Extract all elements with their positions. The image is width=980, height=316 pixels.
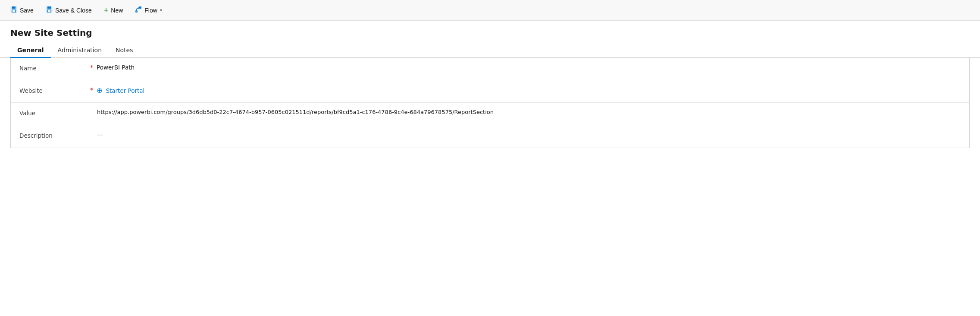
- save-close-icon: [46, 6, 53, 15]
- website-required-star: *: [90, 86, 93, 93]
- description-label: Description: [19, 131, 88, 139]
- toolbar: Save Save & Close + New Flow ▾: [0, 0, 980, 21]
- svg-rect-3: [13, 10, 15, 12]
- form-section: Name * PowerBI Path Website * ⊕ Starter …: [10, 58, 970, 148]
- save-close-button[interactable]: Save & Close: [41, 3, 97, 17]
- tab-general[interactable]: General: [10, 43, 51, 58]
- form-row-value: Value https://app.powerbi.com/groups/3d6…: [11, 103, 969, 125]
- form-row-website: Website * ⊕ Starter Portal: [11, 80, 969, 103]
- flow-button[interactable]: Flow ▾: [130, 3, 167, 17]
- page-title: New Site Setting: [10, 28, 970, 38]
- save-label: Save: [20, 7, 34, 14]
- svg-rect-5: [47, 6, 51, 9]
- save-close-label: Save & Close: [55, 7, 92, 14]
- website-label: Website: [19, 86, 88, 94]
- page-title-area: New Site Setting: [0, 21, 980, 38]
- save-icon: [10, 6, 17, 15]
- form-row-description: Description ---: [11, 125, 969, 148]
- name-label: Name: [19, 64, 88, 72]
- save-button[interactable]: Save: [5, 3, 39, 17]
- form-area: Name * PowerBI Path Website * ⊕ Starter …: [0, 58, 980, 148]
- flow-icon: [135, 6, 142, 15]
- tab-notes[interactable]: Notes: [109, 43, 140, 58]
- flow-label: Flow: [144, 7, 157, 14]
- new-icon: +: [104, 6, 109, 14]
- new-button[interactable]: + New: [99, 4, 128, 17]
- globe-icon: ⊕: [97, 86, 102, 95]
- description-value[interactable]: ---: [97, 131, 961, 138]
- website-link-text[interactable]: Starter Portal: [106, 87, 144, 94]
- tab-administration[interactable]: Administration: [51, 43, 109, 58]
- form-row-name: Name * PowerBI Path: [11, 58, 969, 80]
- value-url[interactable]: https://app.powerbi.com/groups/3d6db5d0-…: [97, 109, 961, 115]
- name-required-star: *: [90, 64, 93, 71]
- name-value[interactable]: PowerBI Path: [97, 64, 961, 71]
- svg-rect-7: [48, 10, 50, 12]
- flow-dropdown-arrow: ▾: [160, 8, 162, 13]
- value-label: Value: [19, 109, 88, 117]
- tabs: General Administration Notes: [0, 43, 980, 58]
- website-value[interactable]: ⊕ Starter Portal: [97, 86, 961, 95]
- new-label: New: [111, 7, 123, 14]
- svg-rect-8: [135, 10, 138, 13]
- svg-rect-1: [12, 6, 16, 9]
